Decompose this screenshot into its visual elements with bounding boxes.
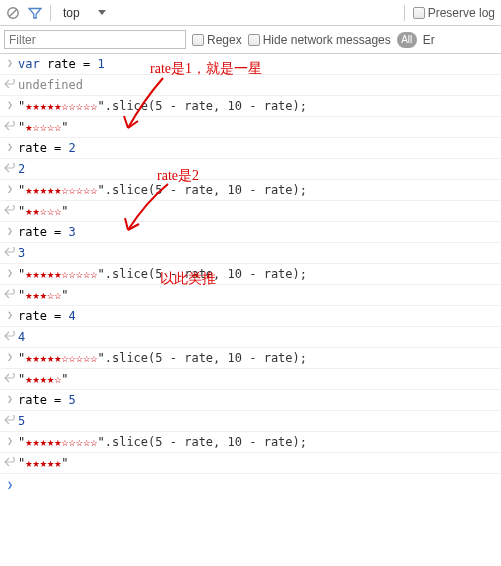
result-text: 2: [18, 161, 25, 177]
input-chevron-icon: [2, 308, 18, 324]
output-arrow-icon: [2, 413, 18, 429]
result-text: "★★★☆☆": [18, 287, 69, 303]
input-chevron-icon: [2, 140, 18, 156]
clear-icon[interactable]: [6, 6, 20, 20]
console-input-row: rate = 5: [0, 390, 501, 411]
result-text: "★☆☆☆☆": [18, 119, 69, 135]
output-arrow-icon: [2, 371, 18, 387]
console-output-row: 2: [0, 159, 501, 180]
console-output-row: 3: [0, 243, 501, 264]
console-output-row: "★★☆☆☆": [0, 201, 501, 222]
code-text: rate = 4: [18, 308, 76, 324]
output-arrow-icon: [2, 119, 18, 135]
input-chevron-icon: [2, 350, 18, 366]
code-text: "★★★★★☆☆☆☆☆".slice(5 - rate, 10 - rate);: [18, 98, 307, 114]
hide-network-label: Hide network messages: [263, 33, 391, 47]
input-chevron-icon: [2, 392, 18, 408]
code-text: rate = 3: [18, 224, 76, 240]
output-arrow-icon: [2, 287, 18, 303]
output-arrow-icon: [2, 203, 18, 219]
code-text: "★★★★★☆☆☆☆☆".slice(5 - rate, 10 - rate);: [18, 266, 307, 282]
console-input-row: rate = 2: [0, 138, 501, 159]
code-text: "★★★★★☆☆☆☆☆".slice(5 - rate, 10 - rate);: [18, 350, 307, 366]
console-output-row: "★★★★★": [0, 453, 501, 474]
console-output-row: "★☆☆☆☆": [0, 117, 501, 138]
regex-checkbox[interactable]: Regex: [192, 33, 242, 47]
level-all-pill[interactable]: All: [397, 32, 417, 48]
input-chevron-icon: [2, 98, 18, 114]
input-chevron-icon: [2, 182, 18, 198]
console-output-row: undefined: [0, 75, 501, 96]
console-output-row: 5: [0, 411, 501, 432]
console-input-row: var rate = 1: [0, 54, 501, 75]
console-output-row: 4: [0, 327, 501, 348]
context-dropdown[interactable]: top: [59, 6, 110, 20]
console-output: var rate = 1 undefined "★★★★★☆☆☆☆☆".slic…: [0, 54, 501, 496]
console-input-row: rate = 4: [0, 306, 501, 327]
result-text: "★★★★★": [18, 455, 69, 471]
code-text: "★★★★★☆☆☆☆☆".slice(5 - rate, 10 - rate);: [18, 434, 307, 450]
checkbox-icon: [248, 34, 260, 46]
filter-icon[interactable]: [28, 6, 42, 20]
input-chevron-icon: [2, 224, 18, 240]
result-text: undefined: [18, 77, 83, 93]
preserve-log-checkbox[interactable]: Preserve log: [413, 6, 495, 20]
chevron-down-icon: [98, 10, 106, 16]
console-toolbar: top Preserve log: [0, 0, 501, 26]
output-arrow-icon: [2, 245, 18, 261]
output-arrow-icon: [2, 161, 18, 177]
input-chevron-icon: [2, 266, 18, 282]
toolbar-separator: [50, 5, 51, 21]
checkbox-icon: [192, 34, 204, 46]
toolbar-separator: [404, 5, 405, 21]
code-text: var rate = 1: [18, 56, 105, 72]
prompt-chevron-icon: [2, 478, 18, 494]
checkbox-icon: [413, 7, 425, 19]
result-text: 3: [18, 245, 25, 261]
output-arrow-icon: [2, 455, 18, 471]
console-input-row: "★★★★★☆☆☆☆☆".slice(5 - rate, 10 - rate);: [0, 180, 501, 201]
output-arrow-icon: [2, 77, 18, 93]
hide-network-checkbox[interactable]: Hide network messages: [248, 33, 391, 47]
output-arrow-icon: [2, 329, 18, 345]
console-input-row: "★★★★★☆☆☆☆☆".slice(5 - rate, 10 - rate);: [0, 96, 501, 117]
result-text: 5: [18, 413, 25, 429]
level-errors-tab[interactable]: Er: [423, 33, 435, 47]
filter-bar: Regex Hide network messages All Er: [0, 26, 501, 54]
result-text: 4: [18, 329, 25, 345]
code-text: rate = 5: [18, 392, 76, 408]
console-input-row: "★★★★★☆☆☆☆☆".slice(5 - rate, 10 - rate);: [0, 348, 501, 369]
context-label: top: [63, 6, 80, 20]
filter-input[interactable]: [4, 30, 186, 49]
result-text: "★★★★☆": [18, 371, 69, 387]
input-chevron-icon: [2, 434, 18, 450]
code-text: "★★★★★☆☆☆☆☆".slice(5 - rate, 10 - rate);: [18, 182, 307, 198]
console-input-row: rate = 3: [0, 222, 501, 243]
code-text: rate = 2: [18, 140, 76, 156]
console-output-row: "★★★★☆": [0, 369, 501, 390]
console-input-row: "★★★★★☆☆☆☆☆".slice(5 - rate, 10 - rate);: [0, 432, 501, 453]
console-input-row: "★★★★★☆☆☆☆☆".slice(5 - rate, 10 - rate);: [0, 264, 501, 285]
preserve-log-label: Preserve log: [428, 6, 495, 20]
result-text: "★★☆☆☆": [18, 203, 69, 219]
console-output-row: "★★★☆☆": [0, 285, 501, 306]
regex-label: Regex: [207, 33, 242, 47]
input-chevron-icon: [2, 56, 18, 72]
svg-line-1: [9, 9, 17, 17]
console-prompt-row[interactable]: [0, 474, 501, 496]
